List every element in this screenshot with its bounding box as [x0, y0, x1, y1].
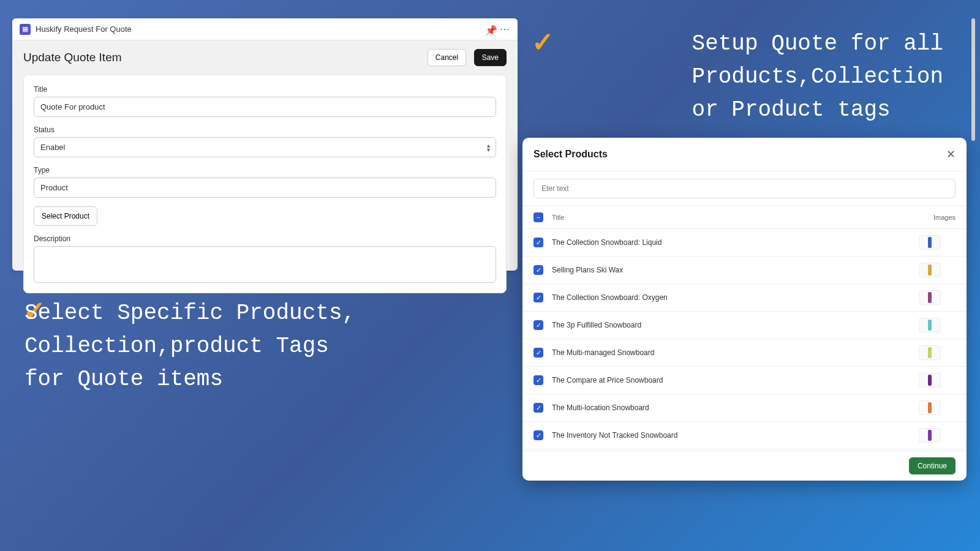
- product-name: The Multi-location Snowboard: [552, 403, 919, 412]
- page-title: Update Quote Item: [23, 51, 122, 64]
- callout-line: for Quote items: [24, 363, 355, 396]
- table-row[interactable]: ✓The Compare at Price Snowboard: [522, 367, 967, 394]
- chevron-updown-icon: ▴▾: [487, 143, 490, 152]
- callout-line: Setup Quote for all: [692, 28, 943, 61]
- modal-title: Select Products: [533, 149, 608, 160]
- row-checkbox[interactable]: ✓: [533, 375, 543, 385]
- product-thumbnail: [919, 290, 941, 305]
- continue-button[interactable]: Continue: [909, 457, 956, 474]
- row-checkbox[interactable]: ✓: [533, 403, 543, 413]
- admin-panel: ▦ Huskify Request For Quote 📌 ⋯ Update Q…: [12, 18, 518, 271]
- product-name: The Collection Snowboard: Oxygen: [552, 293, 919, 302]
- callout-text: Select Specific Products, Collection,pro…: [24, 297, 355, 396]
- save-button[interactable]: Save: [474, 49, 507, 66]
- description-textarea[interactable]: [34, 246, 496, 283]
- callout-line: Products,Collection: [692, 61, 943, 94]
- table-row[interactable]: ✓The 3p Fulfilled Snowboard: [522, 312, 967, 339]
- product-name: The Collection Snowboard: Liquid: [552, 238, 919, 247]
- page-header: Update Quote Item Cancel Save: [12, 40, 518, 75]
- search-input[interactable]: [533, 179, 956, 198]
- column-images: Images: [919, 214, 956, 221]
- table-row[interactable]: ✓Selling Plans Ski Wax: [522, 257, 967, 284]
- table-row[interactable]: ✓The Inventory Not Tracked Snowboard: [522, 422, 967, 449]
- product-thumbnail: [919, 400, 941, 415]
- row-checkbox[interactable]: ✓: [533, 430, 543, 440]
- title-input[interactable]: [34, 97, 496, 117]
- cancel-button[interactable]: Cancel: [428, 49, 466, 66]
- product-thumbnail: [919, 345, 941, 360]
- product-thumbnail: [919, 373, 941, 388]
- modal-search-wrap: [522, 171, 967, 206]
- row-checkbox[interactable]: ✓: [533, 348, 543, 358]
- title-label: Title: [34, 85, 496, 94]
- select-product-button[interactable]: Select Product: [34, 206, 97, 226]
- product-list[interactable]: ✓The Collection Snowboard: Liquid✓Sellin…: [522, 229, 967, 451]
- more-icon[interactable]: ⋯: [500, 23, 510, 35]
- product-name: Selling Plans Ski Wax: [552, 266, 919, 274]
- row-checkbox[interactable]: ✓: [533, 265, 543, 275]
- select-products-modal: Select Products ✕ − Title Images ✓The Co…: [522, 138, 967, 481]
- callout-line: Select Specific Products,: [24, 297, 355, 330]
- callout-line: or Product tags: [692, 94, 943, 127]
- row-checkbox[interactable]: ✓: [533, 320, 543, 330]
- check-icon: ✓: [532, 26, 554, 58]
- product-name: The Compare at Price Snowboard: [552, 376, 919, 384]
- close-icon[interactable]: ✕: [946, 148, 956, 161]
- status-label: Status: [34, 126, 496, 134]
- table-row[interactable]: ✓The Multi-location Snowboard: [522, 394, 967, 422]
- modal-header: Select Products ✕: [522, 138, 967, 171]
- callout-line: Collection,product Tags: [24, 330, 355, 363]
- select-all-checkbox[interactable]: −: [533, 212, 543, 222]
- table-header: − Title Images: [522, 206, 967, 229]
- pin-icon[interactable]: 📌: [485, 24, 495, 34]
- app-header: ▦ Huskify Request For Quote 📌 ⋯: [12, 18, 518, 40]
- modal-footer: Continue: [522, 451, 967, 481]
- app-title: Huskify Request For Quote: [36, 24, 485, 34]
- product-name: The 3p Fulfilled Snowboard: [552, 321, 919, 329]
- app-icon: ▦: [20, 24, 31, 35]
- status-select[interactable]: Enabel: [34, 137, 496, 157]
- product-thumbnail: [919, 318, 941, 332]
- form-card: Title Status Enabel ▴▾ Type Select Produ…: [23, 75, 507, 293]
- column-title: Title: [552, 214, 919, 221]
- table-row[interactable]: ✓The Multi-managed Snowboard: [522, 339, 967, 367]
- table-row[interactable]: ✓The Collection Snowboard: Liquid: [522, 229, 967, 257]
- description-label: Description: [34, 234, 496, 243]
- callout-text: Setup Quote for all Products,Collection …: [692, 28, 943, 127]
- product-thumbnail: [919, 235, 941, 250]
- product-thumbnail: [919, 263, 941, 277]
- page-scrollbar[interactable]: [971, 18, 975, 141]
- product-name: The Inventory Not Tracked Snowboard: [552, 431, 919, 440]
- type-input[interactable]: [34, 178, 496, 198]
- row-checkbox[interactable]: ✓: [533, 293, 543, 302]
- row-checkbox[interactable]: ✓: [533, 238, 543, 247]
- type-label: Type: [34, 166, 496, 174]
- product-name: The Multi-managed Snowboard: [552, 348, 919, 357]
- table-row[interactable]: ✓The Collection Snowboard: Oxygen: [522, 284, 967, 312]
- product-thumbnail: [919, 428, 941, 443]
